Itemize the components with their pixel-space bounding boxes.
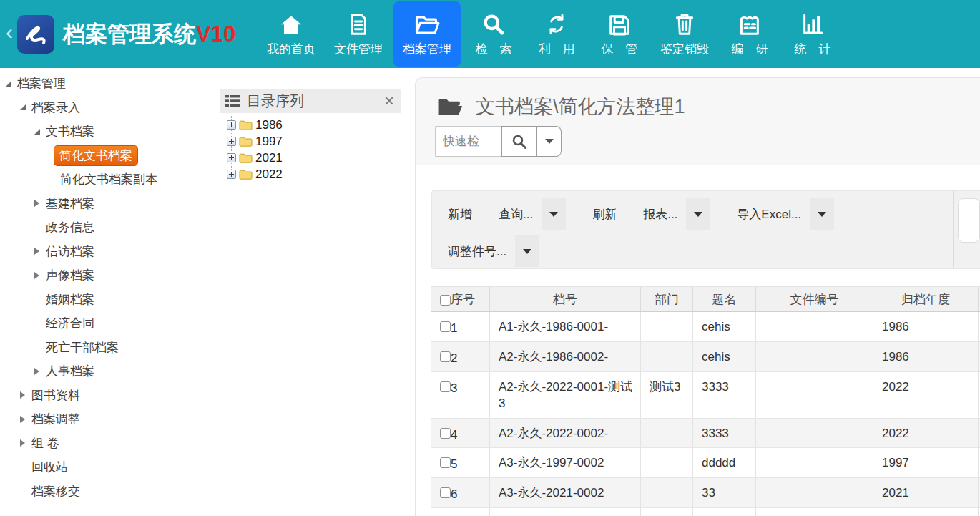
catalog-year-item[interactable]: 1986 [227,117,401,133]
tree-expanded-arrow-icon[interactable] [34,129,46,135]
sidebar-item[interactable]: 回收站 [0,455,215,480]
cell-empty [873,508,979,516]
cell-dept [641,448,693,477]
close-icon[interactable]: × [384,92,394,109]
sidebar-item-label: 信访档案 [46,243,94,260]
sidebar-item[interactable]: 政务信息 [0,215,215,240]
cell-year: 1986 [873,342,979,371]
nav-item-archive-management[interactable]: 档案管理 [393,1,461,67]
tree-collapsed-arrow-icon[interactable] [34,272,46,279]
tree-expanded-arrow-icon[interactable] [20,104,31,110]
tree-collapsed-arrow-icon[interactable] [34,368,46,375]
expand-plus-icon[interactable] [227,120,236,130]
nav-item-statistics[interactable]: 统 计 [781,0,844,68]
toolbar-button-add[interactable]: 新增 [448,206,472,223]
nav-item-compile-research[interactable]: 编 研 [718,0,781,68]
catalog-year-item[interactable]: 2021 [227,150,401,166]
sidebar-item[interactable]: 文书档案 [0,120,215,144]
search-button[interactable] [501,126,537,157]
sidebar-item[interactable]: 档案录入 [0,96,215,120]
nav-item-retrieve[interactable]: 检 索 [462,0,525,68]
nav-item-file-management[interactable]: 文件管理 [325,0,392,68]
table-row[interactable]: 6A3-永久-2021-0002332021 [431,478,980,508]
column-header: 题名 [693,287,756,311]
nav-item-my-home[interactable]: 我的首页 [258,0,325,68]
table-row-partial[interactable] [431,508,980,516]
column-header: 部门 [641,287,693,311]
table-row[interactable]: 4A2-永久-2022-0002-33332022 [431,419,980,449]
sidebar-item[interactable]: 简化文书档案 [0,144,215,168]
toolbar-button-report[interactable]: 报表... [643,206,677,223]
table-row[interactable]: 1A1-永久-1986-0001-cehis1986 [431,312,980,342]
sidebar-item[interactable]: 组 卷 [0,432,215,456]
toolbar-button-adjust-item-no[interactable]: 调整件号... [448,243,506,260]
sidebar-item[interactable]: 婚姻档案 [0,288,215,312]
row-checkbox[interactable] [440,457,451,468]
search-options-dropdown[interactable] [537,126,562,157]
cell-dept [641,478,693,507]
cell-dept [641,342,693,371]
row-select-cell: 5 [431,448,490,477]
row-checkbox[interactable] [440,487,451,498]
cell-archive-no: A1-永久-1986-0001- [490,312,641,341]
expand-plus-icon[interactable] [227,170,236,179]
row-checkbox[interactable] [440,321,451,332]
toolbar-caret-report[interactable] [686,198,710,230]
sidebar-item[interactable]: 档案调整 [0,407,215,432]
sidebar-item[interactable]: 图书资料 [0,384,215,408]
row-checkbox[interactable] [440,381,451,392]
sidebar-item[interactable]: 信访档案 [0,240,215,264]
expand-plus-icon[interactable] [227,137,236,146]
tree-collapsed-arrow-icon[interactable] [20,416,31,423]
column-header-select: 序号 [431,287,490,311]
list-icon [225,94,240,108]
nav-item-utilize[interactable]: 利 用 [525,0,588,68]
select-all-checkbox[interactable] [440,295,451,306]
expand-plus-icon[interactable] [227,153,236,162]
sidebar-item-label: 经济合同 [46,315,94,331]
caret-down-icon [818,212,826,217]
sidebar-item[interactable]: 档案移交 [0,480,215,504]
row-checkbox[interactable] [440,351,451,362]
row-number: 4 [451,427,457,444]
row-checkbox[interactable] [440,428,451,439]
table-row[interactable]: 2A2-永久-1986-0002-cehis1986 [431,342,980,372]
nav-item-label: 编 研 [732,41,768,57]
sidebar-item-label: 回收站 [31,459,68,475]
tree-collapsed-arrow-icon[interactable] [20,439,31,447]
toolbar-caret-import-excel[interactable] [810,198,834,230]
toolbar-button-query[interactable]: 查询... [499,206,533,223]
folder-icon [239,120,253,130]
sidebar-item[interactable]: 档案管理 [0,72,215,96]
nav-item-appraise-destroy[interactable]: 鉴定销毁 [651,0,718,68]
tree-collapsed-arrow-icon[interactable] [20,391,31,399]
cell-empty [431,508,490,516]
toolbar-overflow-button[interactable] [958,198,980,243]
sidebar-item[interactable]: 经济合同 [0,311,215,336]
sidebar-item[interactable]: 人事档案 [0,359,215,384]
nav-item-label: 保 管 [602,41,638,57]
column-header-label: 序号 [451,291,475,308]
caret-down-icon [694,212,702,217]
column-header: 文件编号 [756,287,873,311]
toolbar-row-1: 新增查询...刷新报表...导入Excel... [448,198,861,230]
tree-collapsed-arrow-icon[interactable] [34,200,46,207]
sidebar-item[interactable]: 基建档案 [0,192,215,216]
table-row[interactable]: 3A2-永久-2022-0001-测试3测试333332022 [431,372,980,419]
toolbar-button-refresh[interactable]: 刷新 [592,206,617,223]
catalog-year-label: 1997 [255,135,283,149]
sidebar-item[interactable]: 简化文书档案副本 [0,167,215,192]
catalog-year-item[interactable]: 1997 [227,133,401,150]
catalog-year-item[interactable]: 2022 [227,166,401,182]
sidebar-item[interactable]: 声像档案 [0,263,215,288]
toolbar-button-import-excel[interactable]: 导入Excel... [737,206,801,223]
toolbar-caret-query[interactable] [542,198,566,230]
toolbar-caret-adjust-item-no[interactable] [515,235,539,267]
table-row[interactable]: 5A3-永久-1997-0002ddddd1997 [431,448,980,478]
tree-expanded-arrow-icon[interactable] [6,81,17,87]
quick-search-input[interactable] [435,126,501,157]
sidebar-item[interactable]: 死亡干部档案 [0,336,215,360]
back-chevron-icon[interactable]: ‹ [6,21,13,43]
tree-collapsed-arrow-icon[interactable] [34,248,46,255]
nav-item-storage[interactable]: 保 管 [588,0,651,68]
